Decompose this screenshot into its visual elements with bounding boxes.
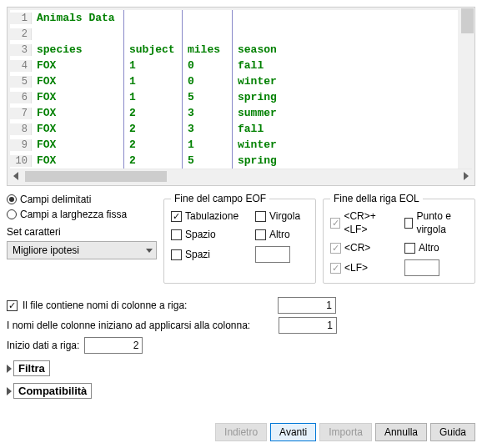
preview-cell: fall bbox=[232, 121, 290, 137]
preview-cell: FOX bbox=[32, 105, 123, 121]
back-button[interactable]: Indietro bbox=[215, 423, 267, 441]
preview-row: 6FOX15spring bbox=[10, 89, 458, 105]
radio-delimited-fields[interactable]: Campi delimitati bbox=[7, 193, 157, 206]
charset-label: Set caratteri bbox=[7, 226, 157, 238]
import-button[interactable]: Importa bbox=[319, 423, 372, 441]
data-start-input[interactable] bbox=[84, 337, 143, 354]
vertical-scrollbar[interactable] bbox=[460, 8, 474, 170]
checkbox-label: Spazio bbox=[185, 228, 216, 241]
checkbox-eol-other[interactable]: Altro bbox=[404, 241, 468, 254]
preview-cell: 2 bbox=[123, 121, 182, 137]
checkbox-has-header[interactable] bbox=[7, 300, 18, 311]
preview-cell: 5 bbox=[182, 89, 232, 105]
expander-filter[interactable]: Filtra bbox=[7, 360, 475, 376]
expander-label: Filtra bbox=[13, 360, 50, 376]
line-number: 2 bbox=[10, 28, 32, 40]
radio-icon bbox=[7, 209, 17, 219]
preview-cell: FOX bbox=[32, 137, 123, 153]
checkbox-space[interactable]: Spazio bbox=[171, 228, 247, 241]
preview-cell: 1 bbox=[182, 137, 232, 153]
horizontal-scrollbar[interactable] bbox=[10, 169, 472, 183]
preview-cell: 2 bbox=[123, 137, 182, 153]
eof-other-input[interactable] bbox=[255, 246, 290, 263]
checkbox-icon bbox=[404, 218, 413, 229]
triangle-right-icon bbox=[7, 387, 12, 395]
checkbox-cr[interactable]: <CR> bbox=[330, 241, 396, 254]
eol-other-input[interactable] bbox=[404, 259, 439, 276]
line-number: 4 bbox=[10, 60, 32, 72]
preview-cell: FOX bbox=[32, 153, 123, 169]
preview-cell: 5 bbox=[182, 153, 232, 169]
eof-group: Fine del campo EOF Tabulazione Virgola S… bbox=[163, 193, 316, 284]
has-header-label: Il file contiene nomi di colonne a riga: bbox=[23, 300, 273, 311]
eof-legend: Fine del campo EOF bbox=[171, 193, 269, 204]
preview-cell: 1 bbox=[123, 73, 182, 89]
column-start-input[interactable] bbox=[279, 317, 337, 334]
preview-cell: spring bbox=[232, 89, 290, 105]
data-preview-grid[interactable]: 1Animals Data23speciessubjectmilesseason… bbox=[10, 10, 458, 169]
checkbox-icon bbox=[255, 229, 266, 240]
preview-cell: 3 bbox=[182, 105, 232, 121]
header-row-input[interactable] bbox=[278, 297, 336, 314]
radio-fixed-width-fields[interactable]: Campi a larghezza fissa bbox=[7, 208, 157, 221]
preview-cell: summer bbox=[232, 105, 290, 121]
help-button[interactable]: Guida bbox=[430, 423, 475, 441]
preview-cell: 1 bbox=[123, 89, 182, 105]
checkbox-label: <CR> bbox=[344, 241, 370, 254]
charset-select[interactable]: Migliore ipotesi bbox=[7, 241, 157, 259]
preview-cell: 1 bbox=[123, 58, 182, 73]
line-number: 10 bbox=[10, 155, 32, 167]
preview-cell: FOX bbox=[32, 73, 123, 89]
wizard-footer: Indietro Avanti Importa Annulla Guida bbox=[215, 423, 475, 441]
cancel-button[interactable]: Annulla bbox=[375, 423, 427, 441]
vertical-scrollbar-thumb[interactable] bbox=[461, 8, 474, 33]
preview-row: 7FOX23summer bbox=[10, 105, 458, 121]
eol-group: Fine della riga EOL <CR>+<LF> Punto e vi… bbox=[323, 193, 475, 284]
preview-cell bbox=[123, 26, 182, 42]
checkbox-icon bbox=[330, 243, 341, 254]
line-number: 9 bbox=[10, 139, 32, 151]
expander-compatibility[interactable]: Compatibilità bbox=[7, 383, 475, 399]
checkbox-label: Altro bbox=[419, 241, 439, 254]
triangle-right-icon bbox=[7, 365, 12, 373]
line-number: 6 bbox=[10, 92, 32, 103]
horizontal-scrollbar-thumb[interactable] bbox=[25, 171, 167, 182]
preview-cell bbox=[123, 10, 182, 26]
preview-cell: subject bbox=[123, 42, 182, 58]
checkbox-eof-other[interactable]: Altro bbox=[255, 228, 309, 241]
radio-icon bbox=[7, 194, 17, 204]
next-button[interactable]: Avanti bbox=[270, 423, 316, 441]
checkbox-label: Altro bbox=[269, 228, 290, 241]
preview-cell: FOX bbox=[32, 89, 123, 105]
preview-row: 5FOX10winter bbox=[10, 73, 458, 89]
line-number: 7 bbox=[10, 108, 32, 119]
checkbox-label: Spazi bbox=[185, 248, 210, 261]
checkbox-spaces[interactable]: Spazi bbox=[171, 248, 247, 261]
checkbox-label: <CR>+<LF> bbox=[344, 209, 396, 236]
checkbox-label: <LF> bbox=[344, 261, 368, 274]
preview-cell: species bbox=[32, 42, 123, 58]
checkbox-comma[interactable]: Virgola bbox=[255, 209, 309, 223]
checkbox-icon bbox=[330, 263, 341, 274]
checkbox-label: Virgola bbox=[269, 209, 300, 223]
preview-row: 2 bbox=[10, 26, 458, 42]
checkbox-semicolon[interactable]: Punto e virgola bbox=[404, 209, 468, 236]
preview-cell: Animals Data bbox=[32, 10, 123, 26]
checkbox-icon bbox=[330, 218, 340, 229]
preview-cell bbox=[232, 26, 290, 42]
preview-cell bbox=[32, 26, 123, 42]
checkbox-label: Tabulazione bbox=[185, 209, 238, 223]
preview-cell bbox=[182, 26, 232, 42]
checkbox-icon bbox=[171, 249, 182, 260]
preview-cell: 0 bbox=[182, 73, 232, 89]
checkbox-lf[interactable]: <LF> bbox=[330, 261, 396, 274]
checkbox-crlf[interactable]: <CR>+<LF> bbox=[330, 209, 396, 236]
checkbox-tab[interactable]: Tabulazione bbox=[171, 209, 247, 223]
charset-value: Migliore ipotesi bbox=[13, 244, 79, 256]
expander-label: Compatibilità bbox=[13, 383, 92, 399]
preview-cell: fall bbox=[232, 58, 290, 73]
radio-label: Campi a larghezza fissa bbox=[20, 208, 127, 221]
preview-cell: spring bbox=[232, 153, 290, 169]
preview-cell: 0 bbox=[182, 58, 232, 73]
preview-cell: FOX bbox=[32, 58, 123, 73]
